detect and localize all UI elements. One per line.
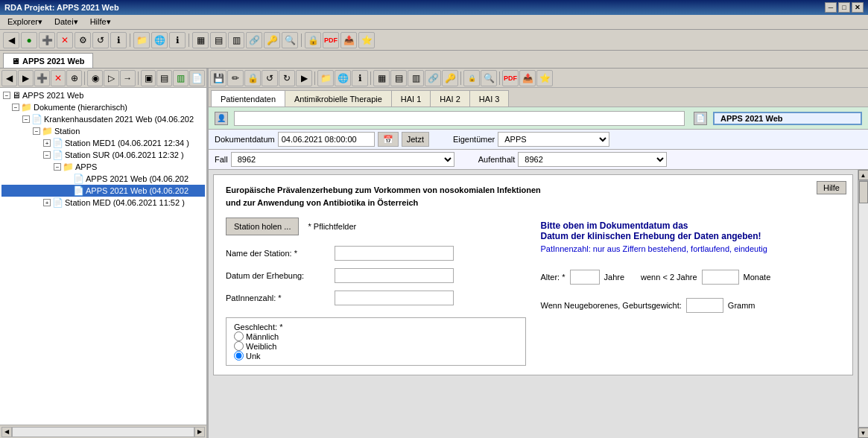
maennlich-radio[interactable] bbox=[234, 331, 244, 341]
expand-apps-folder[interactable]: − bbox=[54, 163, 61, 171]
calendar-icon-btn[interactable]: 📅 bbox=[378, 132, 399, 147]
hilfe-button[interactable]: Hilfe bbox=[817, 181, 846, 194]
scroll-up-btn[interactable]: ▲ bbox=[858, 170, 869, 180]
rt-link-btn[interactable]: 🔗 bbox=[425, 70, 441, 86]
expand-khd[interactable]: − bbox=[22, 115, 30, 123]
rt-misc-btn[interactable]: ⭐ bbox=[536, 70, 553, 86]
lt-col-btn[interactable]: ▥ bbox=[173, 70, 189, 86]
jetzt-button[interactable]: Jetzt bbox=[402, 132, 429, 147]
scroll-right-btn[interactable]: ▶ bbox=[194, 427, 205, 437]
weiblich-radio[interactable] bbox=[234, 341, 244, 351]
rt-grid2-btn[interactable]: ▤ bbox=[390, 70, 407, 86]
rt-fwd-btn[interactable]: ▶ bbox=[296, 70, 312, 86]
rt-info-btn[interactable]: ℹ bbox=[352, 70, 368, 86]
tab-patientendaten[interactable]: Patientendaten bbox=[211, 90, 285, 107]
tree-node-khd[interactable]: − 📄 Krankenhausdaten 2021 Web (04.06.202 bbox=[1, 113, 205, 125]
name-station-input[interactable] bbox=[335, 246, 454, 261]
tree-node-apps1[interactable]: 📄 APPS 2021 Web (04.06.202 bbox=[1, 173, 205, 185]
scroll-left-btn[interactable]: ◀ bbox=[1, 427, 12, 437]
maximize-button[interactable]: □ bbox=[838, 2, 850, 13]
apps-2021-web-tab[interactable]: 🖥 APPS 2021 Web bbox=[3, 53, 93, 68]
unk-radio[interactable] bbox=[234, 351, 244, 361]
tb-circle-green[interactable]: ● bbox=[21, 32, 37, 48]
menu-hilfe[interactable]: Hilfe▾ bbox=[86, 16, 115, 28]
lt-right-btn[interactable]: → bbox=[120, 70, 136, 86]
expand-docs[interactable]: − bbox=[12, 104, 19, 111]
tree-node-docs[interactable]: − 📁 Dokumente (hierarchisch) bbox=[1, 101, 205, 113]
lt-doc-btn[interactable]: 📄 bbox=[189, 70, 205, 86]
maennlich-option[interactable]: Männlich bbox=[234, 331, 518, 341]
lt-back-btn[interactable]: ◀ bbox=[1, 70, 17, 86]
tree-node-stmed1[interactable]: + 📄 Station MED1 (04.06.2021 12:34 ) bbox=[1, 137, 205, 149]
tb-export-btn[interactable]: 📤 bbox=[340, 32, 357, 48]
fall-select[interactable]: 8962 bbox=[231, 152, 454, 167]
expand-station[interactable]: − bbox=[33, 127, 40, 135]
tree-node-stmed[interactable]: + 📄 Station MED (04.06.2021 11:52 ) bbox=[1, 197, 205, 209]
tb-globe-btn[interactable]: 🌐 bbox=[151, 32, 168, 48]
alter-input[interactable] bbox=[570, 270, 600, 285]
station-holen-button[interactable]: Station holen ... bbox=[226, 218, 299, 235]
expand-stmed1[interactable]: + bbox=[43, 139, 51, 147]
tb-search-btn[interactable]: 🔍 bbox=[282, 32, 298, 48]
tb-grid2-btn[interactable]: ▤ bbox=[210, 32, 226, 48]
lt-remove-btn[interactable]: ✕ bbox=[51, 70, 66, 86]
weiblich-option[interactable]: Weiblich bbox=[234, 341, 518, 351]
rt-folder-btn[interactable]: 📁 bbox=[317, 70, 334, 86]
rt-export-btn[interactable]: 📤 bbox=[519, 70, 536, 86]
scroll-track[interactable] bbox=[858, 180, 869, 428]
lt-fwd-btn[interactable]: ▶ bbox=[18, 70, 34, 86]
tab-hai1[interactable]: HAI 1 bbox=[392, 90, 431, 107]
tb-back-btn[interactable]: ◀ bbox=[3, 32, 19, 48]
tree-node-apps-folder[interactable]: − 📁 APPS bbox=[1, 161, 205, 173]
datum-erhebung-input[interactable] bbox=[335, 268, 454, 283]
dokumentdatum-input[interactable] bbox=[278, 132, 375, 147]
rt-key-btn[interactable]: 🔑 bbox=[442, 70, 458, 86]
tb-add-btn[interactable]: ➕ bbox=[39, 32, 55, 48]
unk-option[interactable]: Unk bbox=[234, 351, 518, 361]
lt-list-btn[interactable]: ▤ bbox=[156, 70, 172, 86]
tb-folder-btn[interactable]: 📁 bbox=[133, 32, 150, 48]
tab-hai2[interactable]: HAI 2 bbox=[431, 90, 470, 107]
rt-redo-btn[interactable]: ↻ bbox=[279, 70, 295, 86]
tb-pdf-btn[interactable]: PDF bbox=[323, 32, 339, 48]
scroll-thumb[interactable] bbox=[859, 181, 868, 203]
minimize-button[interactable]: ─ bbox=[825, 2, 837, 13]
lt-add-btn[interactable]: ➕ bbox=[34, 70, 50, 86]
tree-node-root[interactable]: − 🖥 APPS 2021 Web bbox=[1, 89, 205, 101]
tb-remove-btn[interactable]: ✕ bbox=[57, 32, 73, 48]
rt-save-btn[interactable]: 💾 bbox=[210, 70, 226, 86]
tree-node-station[interactable]: − 📁 Station bbox=[1, 125, 205, 137]
tab-antimikrobielle[interactable]: Antimikrobielle Therapie bbox=[285, 90, 392, 107]
expand-stmed[interactable]: + bbox=[43, 199, 51, 206]
tb-grid-btn[interactable]: ▦ bbox=[192, 32, 209, 48]
menu-explorer[interactable]: Explorer▾ bbox=[3, 16, 47, 28]
expand-root[interactable]: − bbox=[3, 92, 10, 99]
rt-undo-btn[interactable]: ↺ bbox=[262, 70, 278, 86]
tb-refresh-btn[interactable]: ↺ bbox=[92, 32, 109, 48]
scroll-down-btn[interactable]: ▼ bbox=[858, 428, 869, 438]
tb-info2-btn[interactable]: ℹ bbox=[169, 32, 186, 48]
patinnenzahl-input[interactable] bbox=[335, 291, 454, 305]
rt-globe-btn[interactable]: 🌐 bbox=[335, 70, 351, 86]
rt-grid1-btn[interactable]: ▦ bbox=[373, 70, 390, 86]
tb-info-btn[interactable]: ℹ bbox=[110, 32, 127, 48]
h-scroll-track[interactable] bbox=[12, 427, 194, 437]
rt-search-btn[interactable]: 🔍 bbox=[481, 70, 497, 86]
expand-stsur[interactable]: − bbox=[43, 151, 51, 159]
tb-settings-btn[interactable]: ⚙ bbox=[75, 32, 91, 48]
rt-pdf-btn[interactable]: PDF bbox=[502, 70, 519, 86]
close-button[interactable]: ✕ bbox=[852, 2, 864, 13]
lt-grid-btn[interactable]: ▣ bbox=[141, 70, 156, 86]
aufenthalt-select[interactable]: 8962 bbox=[518, 152, 667, 167]
header-name-input[interactable] bbox=[234, 111, 685, 126]
rt-col-btn[interactable]: ▥ bbox=[408, 70, 424, 86]
tree-node-apps2[interactable]: 📄 APPS 2021 Web (04.06.202 bbox=[1, 185, 205, 197]
rt-lock2-btn[interactable]: 🔒 bbox=[463, 70, 480, 86]
geburtsgewicht-input[interactable] bbox=[686, 298, 723, 313]
rt-lock-btn[interactable]: 🔒 bbox=[244, 70, 261, 86]
rt-edit-btn[interactable]: ✏ bbox=[227, 70, 244, 86]
tb-col-btn[interactable]: ▥ bbox=[228, 32, 244, 48]
tree-node-stsur[interactable]: − 📄 Station SUR (04.06.2021 12:32 ) bbox=[1, 149, 205, 161]
tb-lock-btn[interactable]: 🔒 bbox=[305, 32, 321, 48]
monate-input[interactable] bbox=[702, 270, 739, 285]
